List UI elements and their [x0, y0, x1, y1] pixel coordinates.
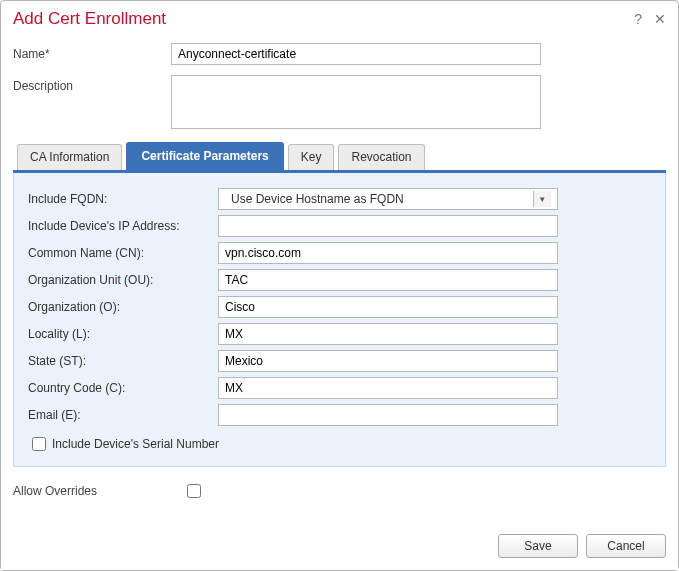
allow-overrides-checkbox[interactable] [187, 484, 201, 498]
organization-label: Organization (O): [28, 300, 218, 314]
dialog-title: Add Cert Enrollment [13, 9, 626, 29]
cancel-button[interactable]: Cancel [586, 534, 666, 558]
allow-overrides-label: Allow Overrides [13, 484, 183, 498]
include-serial-checkbox[interactable] [32, 437, 46, 451]
add-cert-enrollment-dialog: Add Cert Enrollment ? ✕ Name* Descriptio… [0, 0, 679, 571]
include-fqdn-label: Include FQDN: [28, 192, 218, 206]
email-input[interactable] [218, 404, 558, 426]
tab-bar: CA Information Certificate Parameters Ke… [13, 142, 666, 170]
description-label: Description [13, 75, 171, 93]
state-label: State (ST): [28, 354, 218, 368]
name-label: Name* [13, 43, 171, 61]
name-input[interactable] [171, 43, 541, 65]
common-name-input[interactable] [218, 242, 558, 264]
organization-input[interactable] [218, 296, 558, 318]
email-label: Email (E): [28, 408, 218, 422]
include-fqdn-select[interactable]: Use Device Hostname as FQDN ▾ [218, 188, 558, 210]
tab-revocation[interactable]: Revocation [338, 144, 424, 170]
include-serial-label: Include Device's Serial Number [52, 437, 219, 451]
tab-key[interactable]: Key [288, 144, 335, 170]
help-icon[interactable]: ? [634, 11, 642, 27]
certificate-parameters-panel: Include FQDN: Use Device Hostname as FQD… [13, 173, 666, 467]
dialog-titlebar: Add Cert Enrollment ? ✕ [1, 1, 678, 33]
locality-label: Locality (L): [28, 327, 218, 341]
organization-unit-input[interactable] [218, 269, 558, 291]
locality-input[interactable] [218, 323, 558, 345]
include-fqdn-value: Use Device Hostname as FQDN [225, 188, 533, 210]
save-button[interactable]: Save [498, 534, 578, 558]
chevron-down-icon[interactable]: ▾ [533, 191, 551, 207]
state-input[interactable] [218, 350, 558, 372]
country-code-input[interactable] [218, 377, 558, 399]
tab-ca-information[interactable]: CA Information [17, 144, 122, 170]
include-ip-label: Include Device's IP Address: [28, 219, 218, 233]
dialog-footer: Save Cancel [1, 524, 678, 570]
close-icon[interactable]: ✕ [654, 11, 666, 27]
common-name-label: Common Name (CN): [28, 246, 218, 260]
description-textarea[interactable] [171, 75, 541, 129]
country-code-label: Country Code (C): [28, 381, 218, 395]
organization-unit-label: Organization Unit (OU): [28, 273, 218, 287]
tab-certificate-parameters[interactable]: Certificate Parameters [126, 142, 283, 170]
include-ip-input[interactable] [218, 215, 558, 237]
